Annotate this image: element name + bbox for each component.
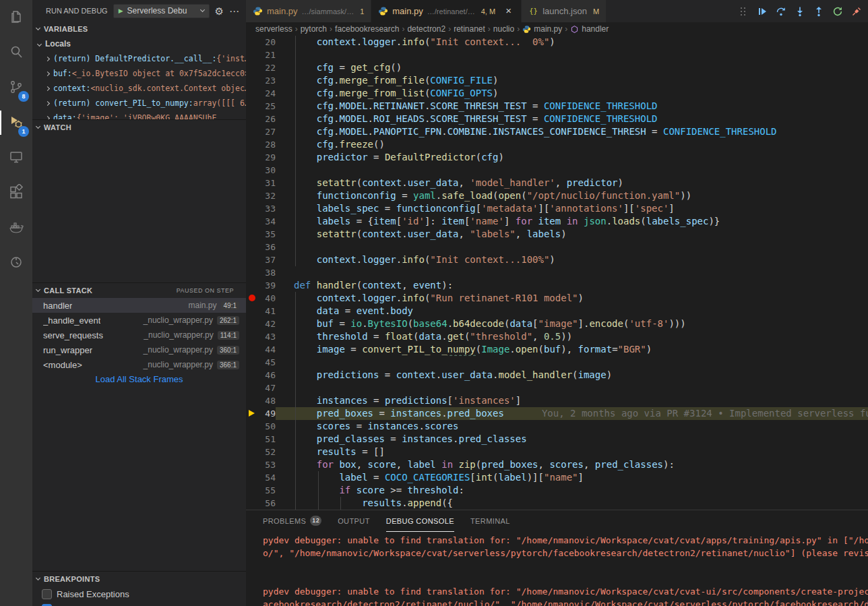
code-editor[interactable]: 20 context.logger.info("Init context... … [246, 36, 868, 510]
gutter-glyph-margin[interactable] [246, 164, 258, 177]
code-line[interactable]: 43 threshold = float(data.get("threshold… [246, 330, 868, 343]
panel-tab-problems[interactable]: PROBLEMS12 [263, 510, 321, 532]
gutter-glyph-margin[interactable] [246, 202, 258, 215]
panel-tab-output[interactable]: OUTPUT [338, 510, 370, 532]
gutter-glyph-margin[interactable] [246, 125, 258, 138]
gutter-glyph-margin[interactable] [246, 471, 258, 484]
variable-row[interactable]: (return) DefaultPredictor.__call__: {'in… [32, 51, 246, 66]
gutter-glyph-margin[interactable] [246, 113, 258, 125]
gutter-glyph-margin[interactable] [246, 151, 258, 164]
debug-console-output[interactable]: pydev debugger: unable to find translati… [246, 532, 868, 606]
code-line[interactable]: 22 cfg = get_cfg() [246, 61, 868, 74]
gutter-glyph-margin[interactable] [246, 407, 258, 420]
code-line[interactable]: 21 [246, 49, 868, 61]
gutter-glyph-margin[interactable] [246, 215, 258, 228]
restart-button[interactable] [830, 3, 845, 19]
gutter-glyph-margin[interactable] [246, 317, 258, 330]
breadcrumb-item-main.py[interactable]: main.py [522, 24, 562, 34]
code-line[interactable]: 24 cfg.merge_from_list(CONFIG_OPTS) [246, 87, 868, 100]
gutter-glyph-margin[interactable] [246, 343, 258, 356]
code-line[interactable]: 53 for box, score, label in zip(pred_box… [246, 458, 868, 471]
variable-row[interactable]: data: {'image': 'iVBORw0KG…AAAANSUhE… [32, 111, 246, 119]
code-line[interactable]: 42 buf = io.BytesIO(base64.b64decode(dat… [246, 317, 868, 330]
gutter-glyph-margin[interactable] [246, 253, 258, 266]
debug-config-dropdown[interactable]: ▶ Serverless Debu [113, 4, 210, 18]
gutter-glyph-margin[interactable] [246, 369, 258, 382]
panel-tab-terminal[interactable]: TERMINAL [470, 510, 510, 532]
code-line[interactable]: 37 context.logger.info("Init context...1… [246, 253, 868, 266]
gutter-glyph-margin[interactable] [246, 61, 258, 74]
gutter-glyph-margin[interactable] [246, 266, 258, 279]
variables-scope-locals[interactable]: Locals [32, 36, 246, 51]
activity-item-explorer[interactable] [0, 0, 32, 35]
breakpoint-icon[interactable] [249, 295, 255, 301]
code-line[interactable]: 52 results = [] [246, 446, 868, 458]
code-line[interactable]: 39def handler(context, event): [246, 279, 868, 292]
code-line[interactable]: 23 cfg.merge_from_file(CONFIG_FILE) [246, 74, 868, 87]
variable-row[interactable]: buf: <_io.BytesIO object at 0x7f5a2dc1ec… [32, 66, 246, 81]
breakpoint-row[interactable]: ✓Uncaught Exceptions [32, 601, 246, 606]
code-line[interactable]: 40 context.logger.info("Run retinanet-R1… [246, 292, 868, 305]
breadcrumb-item-handler[interactable]: handler [570, 24, 609, 34]
checkbox-unchecked[interactable] [42, 589, 52, 599]
code-line[interactable]: 33 labels_spec = functionconfig['metadat… [246, 202, 868, 215]
gutter-glyph-margin[interactable] [246, 49, 258, 61]
gutter-glyph-margin[interactable] [246, 382, 258, 394]
gutter-glyph-margin[interactable] [246, 279, 258, 292]
gutter-glyph-margin[interactable] [246, 305, 258, 317]
drag-grip-icon[interactable] [735, 3, 751, 19]
close-icon[interactable]: × [503, 5, 514, 17]
gutter-glyph-margin[interactable] [246, 36, 258, 49]
code-line[interactable]: 48 instances = predictions['instances'] [246, 394, 868, 407]
gutter-glyph-margin[interactable] [246, 74, 258, 87]
continue-button[interactable] [754, 3, 770, 19]
code-line[interactable]: 54 label = COCO_CATEGORIES[int(label)]["… [246, 471, 868, 484]
load-all-stack-frames-link[interactable]: Load All Stack Frames [32, 372, 246, 387]
gutter-glyph-margin[interactable] [246, 87, 258, 100]
code-line[interactable]: 27 cfg.MODEL.PANOPTIC_FPN.COMBINE.INSTAN… [246, 125, 868, 138]
code-line[interactable]: 51 pred_classes = instances.pred_classes [246, 433, 868, 446]
breadcrumb-item-retinanet[interactable]: retinanet [454, 24, 485, 34]
gutter-glyph-margin[interactable] [246, 356, 258, 369]
code-line[interactable]: 20 context.logger.info("Init context... … [246, 36, 868, 49]
gutter-glyph-margin[interactable] [246, 241, 258, 253]
activity-item-remote-explorer[interactable] [0, 140, 32, 175]
code-line[interactable]: 34 labels = {item['id']: item['name'] fo… [246, 215, 868, 228]
stack-frame-row[interactable]: run_wrapper_nuclio_wrapper.py360:1 [32, 342, 246, 357]
gutter-glyph-margin[interactable] [246, 420, 258, 433]
code-line[interactable]: 47 [246, 382, 868, 394]
step-out-button[interactable] [811, 3, 826, 19]
variable-row[interactable]: (return) convert_PIL_to_numpy: array([[[… [32, 96, 246, 111]
panel-tab-debug-console[interactable]: DEBUG CONSOLE [386, 510, 454, 532]
code-line[interactable]: 31 setattr(context.user_data, 'model_han… [246, 177, 868, 189]
code-line[interactable]: 50 scores = instances.scores [246, 420, 868, 433]
gutter-glyph-margin[interactable] [246, 228, 258, 241]
step-over-button[interactable] [773, 3, 788, 19]
breadcrumb-item-detectron2[interactable]: detectron2 [407, 24, 445, 34]
code-line[interactable]: 25 cfg.MODEL.RETINANET.SCORE_THRESH_TEST… [246, 100, 868, 113]
stack-frame-row[interactable]: <module>_nuclio_wrapper.py366:1 [32, 357, 246, 372]
code-line[interactable]: 30 [246, 164, 868, 177]
checkbox-checked[interactable]: ✓ [42, 604, 52, 606]
activity-item-docker[interactable] [0, 210, 32, 245]
code-line[interactable]: 38 [246, 266, 868, 279]
variables-section-header[interactable]: VARIABLES [32, 22, 246, 36]
breakpoints-section-header[interactable]: BREAKPOINTS [32, 572, 246, 586]
tab-main.py[interactable]: main.py…/retinanet/…4, M× [371, 0, 522, 22]
code-line[interactable]: 41 data = event.body [246, 305, 868, 317]
call-stack-section-header[interactable]: CALL STACK PAUSED ON STEP [32, 283, 246, 298]
stack-frame-row[interactable]: handlermain.py49:1 [32, 298, 246, 313]
step-into-button[interactable] [792, 3, 807, 19]
activity-item-search[interactable] [0, 35, 32, 70]
gutter-glyph-margin[interactable] [246, 100, 258, 113]
breadcrumb-item-serverless[interactable]: serverless [255, 24, 292, 34]
gutter-glyph-margin[interactable] [246, 394, 258, 407]
code-line[interactable]: 26 cfg.MODEL.ROI_HEADS.SCORE_THRESH_TEST… [246, 113, 868, 125]
code-line[interactable]: 29 predictor = DefaultPredictor(cfg) [246, 151, 868, 164]
disconnect-button[interactable] [848, 3, 864, 19]
gutter-glyph-margin[interactable] [246, 138, 258, 151]
stack-frame-row[interactable]: serve_requests_nuclio_wrapper.py114:1 [32, 328, 246, 342]
breadcrumb-item-pytorch[interactable]: pytorch [301, 24, 327, 34]
breakpoint-row[interactable]: Raised Exceptions [32, 586, 246, 601]
code-line[interactable]: 36 [246, 241, 868, 253]
